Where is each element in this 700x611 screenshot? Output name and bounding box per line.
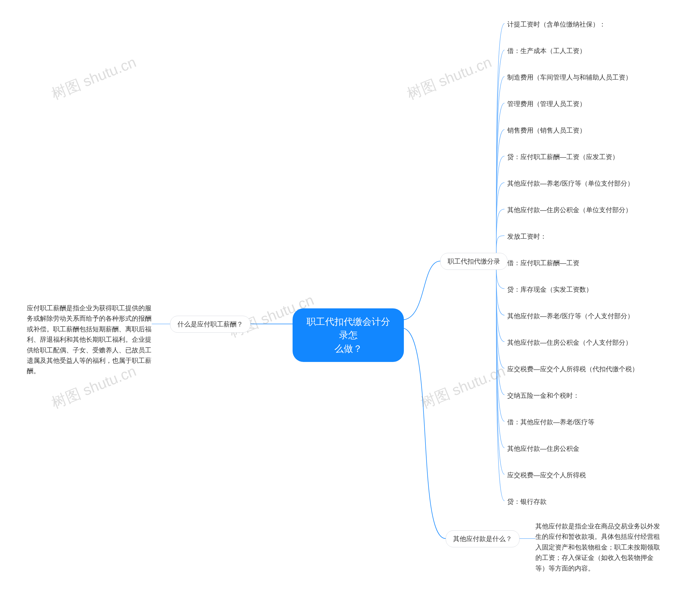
watermark: 树图 shutu.cn bbox=[418, 361, 508, 413]
leaf-item: 其他应付款—住房公积金（单位支付部分） bbox=[507, 205, 632, 215]
root-node[interactable]: 职工代扣代缴会计分录怎 么做？ bbox=[293, 308, 404, 362]
leaf-item: 交纳五险一金和个税时： bbox=[507, 391, 579, 401]
leaf-item: 借：生产成本（工人工资） bbox=[507, 46, 586, 56]
leaf-item: 销售费用（销售人员工资） bbox=[507, 125, 586, 135]
leaf-item: 其他应付款—养老/医疗等（单位支付部分） bbox=[507, 179, 634, 188]
leaf-item: 其他应付款—养老/医疗等（个人支付部分） bbox=[507, 311, 634, 321]
leaf-item: 计提工资时（含单位缴纳社保）： bbox=[507, 19, 606, 29]
watermark: 树图 shutu.cn bbox=[49, 52, 139, 104]
branch-label: 其他应付款是什么？ bbox=[453, 535, 512, 542]
leaf-item: 应交税费—应交个人所得税（代扣代缴个税） bbox=[507, 364, 639, 374]
branch-daikou-fenlu[interactable]: 职工代扣代缴分录 bbox=[440, 253, 507, 270]
leaf-what-is-yingfu-text: 应付职工薪酬是指企业为获得职工提供的服务或解除劳动关系而给予的各种形式的报酬或补… bbox=[27, 303, 152, 376]
root-title-line2: 么做？ bbox=[302, 342, 394, 355]
leaf-item: 贷：应付职工薪酬—工资（应发工资） bbox=[507, 152, 619, 162]
leaf-item: 其他应付款—住房公积金 bbox=[507, 444, 579, 453]
leaf-item: 应交税费—应交个人所得税 bbox=[507, 470, 586, 480]
branch-label: 什么是应付职工薪酬？ bbox=[177, 321, 243, 328]
leaf-item: 其他应付款—住房公积金（个人支付部分） bbox=[507, 338, 632, 347]
leaf-item: 借：其他应付款—养老/医疗等 bbox=[507, 417, 594, 427]
leaf-item: 借：应付职工薪酬—工资 bbox=[507, 258, 579, 268]
branch-label: 职工代扣代缴分录 bbox=[448, 257, 500, 265]
branch-what-is-yingfu[interactable]: 什么是应付职工薪酬？ bbox=[170, 316, 251, 333]
leaf-item: 发放工资时： bbox=[507, 232, 547, 241]
watermark: 树图 shutu.cn bbox=[404, 52, 495, 104]
branch-other-payable[interactable]: 其他应付款是什么？ bbox=[446, 530, 520, 547]
leaf-item: 贷：银行存款 bbox=[507, 497, 547, 507]
leaf-item: 制造费用（车间管理人与和辅助人员工资） bbox=[507, 72, 632, 82]
root-title-line1: 职工代扣代缴会计分录怎 bbox=[302, 315, 394, 342]
leaf-other-payable-text: 其他应付款是指企业在商品交易业务以外发生的应付和暂收款项。具体包括应付经营租入固… bbox=[535, 521, 665, 573]
leaf-item: 管理费用（管理人员工资） bbox=[507, 99, 586, 109]
leaf-item: 贷：库存现金（实发工资数） bbox=[507, 285, 593, 295]
